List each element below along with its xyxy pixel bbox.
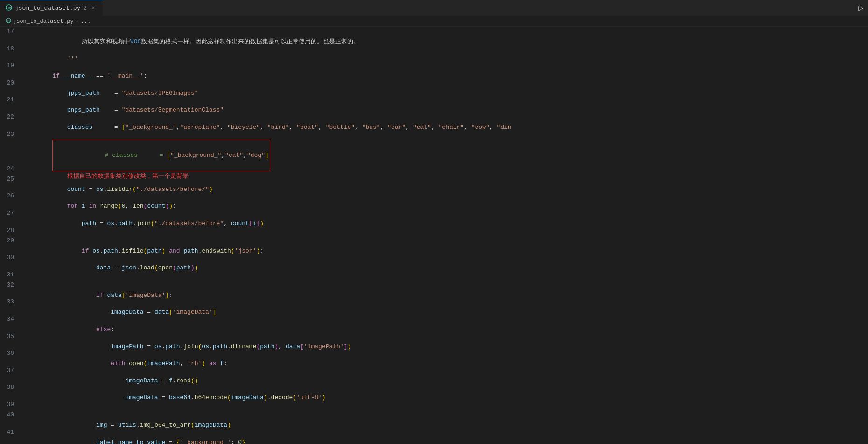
code-line-32: 32 if data['imageData']: <box>0 280 868 297</box>
code-line-31: 31 <box>0 270 868 280</box>
line-num-20: 20 <box>0 78 23 88</box>
line-num-21: 21 <box>0 95 23 105</box>
code-line-26: 26 for i in range(0, len(count)): <box>0 191 868 208</box>
line-num-23: 23 <box>0 129 23 140</box>
line-num-41: 41 <box>0 427 23 437</box>
breadcrumb-filename[interactable]: json_to_dataset.py <box>13 18 74 25</box>
line-num-33: 33 <box>0 297 23 307</box>
line-content-41: label_name_to_value = {'_background_': 0… <box>23 427 868 444</box>
code-line-41: 41 label_name_to_value = {'_background_'… <box>0 427 868 444</box>
line-num-32: 32 <box>0 280 23 290</box>
code-line-39: 39 <box>0 400 868 410</box>
code-line-36: 36 with open(imagePath, 'rb') as f: <box>0 348 868 366</box>
code-line-37: 37 imageData = f.read() <box>0 366 868 383</box>
code-line-23: 23 # classes = ["_background_","cat","do… <box>0 129 868 164</box>
code-line-34: 34 else: <box>0 314 868 331</box>
line-num-31: 31 <box>0 270 23 280</box>
line-num-36: 36 <box>0 348 23 359</box>
code-line-27: 27 path = os.path.join("./datasets/befor… <box>0 208 868 226</box>
breadcrumb-separator: › <box>76 18 79 25</box>
code-line-40: 40 img = utils.img_b64_to_arr(imageData) <box>0 410 868 427</box>
line-num-22: 22 <box>0 112 23 122</box>
line-num-19: 19 <box>0 61 23 71</box>
run-icon[interactable]: ▷ <box>854 3 868 13</box>
line-num-39: 39 <box>0 400 23 410</box>
tab-close-button[interactable]: × <box>90 5 97 12</box>
line-num-29: 29 <box>0 236 23 246</box>
line-num-17: 17 <box>0 27 23 37</box>
code-line-38: 38 imageData = base64.b64encode(imageDat… <box>0 382 868 400</box>
line-num-37: 37 <box>0 366 23 376</box>
breadcrumb-ellipsis[interactable]: ... <box>81 18 91 25</box>
svg-text:py: py <box>7 19 10 23</box>
line-num-30: 30 <box>0 253 23 263</box>
line-num-26: 26 <box>0 191 23 201</box>
code-line-25: 25 count = os.listdir("./datasets/before… <box>0 174 868 191</box>
python-file-icon: py <box>6 4 12 13</box>
line-num-35: 35 <box>0 331 23 342</box>
line-num-28: 28 <box>0 226 23 236</box>
tab-filename: json_to_dataset.py <box>15 5 80 12</box>
breadcrumb: py json_to_dataset.py › ... <box>0 16 868 27</box>
code-line-24: 24 <box>0 164 868 174</box>
editor: 17 所以其实和视频中VOC数据集的格式一样。因此这样制作出来的数据集是可以正常… <box>0 27 868 444</box>
line-num-38: 38 <box>0 382 23 393</box>
line-num-24: 24 <box>0 164 23 174</box>
svg-text:py: py <box>7 6 11 10</box>
line-num-18: 18 <box>0 44 23 54</box>
code-line-30: 30 data = json.load(open(path)) <box>0 253 868 270</box>
tab-modified: 2 <box>83 5 86 12</box>
tab-bar: py json_to_dataset.py 2 × ▷ <box>0 0 868 16</box>
line-num-34: 34 <box>0 314 23 324</box>
code-line-18: 18 ''' <box>0 44 868 61</box>
code-line-28: 28 <box>0 226 868 236</box>
line-num-40: 40 <box>0 410 23 420</box>
code-line-21: 21 pngs_path = "datasets/SegmentationCla… <box>0 95 868 112</box>
code-line-22: 22 classes = ["_background_","aeroplane"… <box>0 112 868 129</box>
code-area[interactable]: 17 所以其实和视频中VOC数据集的格式一样。因此这样制作出来的数据集是可以正常… <box>0 27 868 444</box>
code-line-29: 29 if os.path.isfile(path) and path.ends… <box>0 236 868 253</box>
code-line-17: 17 所以其实和视频中VOC数据集的格式一样。因此这样制作出来的数据集是可以正常… <box>0 27 868 44</box>
breadcrumb-python-icon: py <box>6 18 11 25</box>
tab-json-to-dataset[interactable]: py json_to_dataset.py 2 × <box>0 0 103 16</box>
code-line-20: 20 jpgs_path = "datasets/JPEGImages" <box>0 78 868 95</box>
line-num-25: 25 <box>0 174 23 184</box>
code-line-33: 33 imageData = data['imageData'] <box>0 297 868 314</box>
code-line-19: 19 if __name__ == '__main__': <box>0 61 868 78</box>
line-num-27: 27 <box>0 208 23 218</box>
code-line-35: 35 imagePath = os.path.join(os.path.dirn… <box>0 331 868 349</box>
